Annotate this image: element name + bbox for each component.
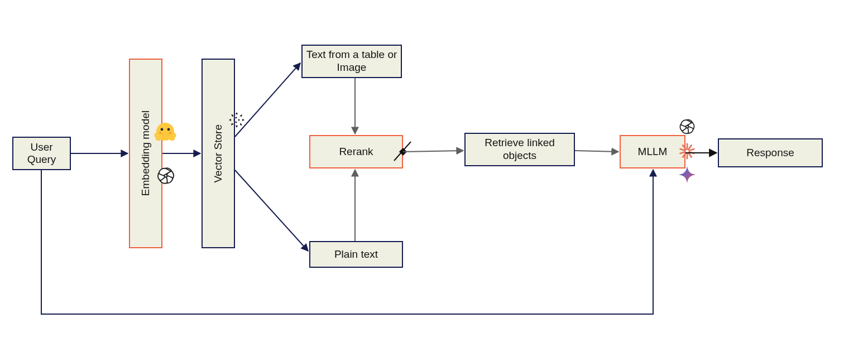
openai-icon <box>155 165 176 186</box>
gemini-icon <box>678 165 697 184</box>
mllm-label: MLLM <box>638 146 668 158</box>
node-rerank: Rerank <box>309 135 403 168</box>
node-mllm: MLLM <box>620 135 685 168</box>
embedding-model-label: Embedding model <box>140 110 152 196</box>
svg-point-1 <box>161 128 164 131</box>
node-vector-store: Vector Store <box>202 59 235 248</box>
node-embedding-model: Embedding model <box>129 59 162 248</box>
svg-point-3 <box>159 132 161 133</box>
snowflake-icon <box>226 109 248 131</box>
plain-text-label: Plain text <box>334 248 378 261</box>
node-user-query: User Query <box>12 137 71 170</box>
user-query-label: User Query <box>17 141 66 166</box>
arrow-vectorstore-plaintext <box>235 170 308 251</box>
svg-point-0 <box>156 123 174 141</box>
node-plain-text: Plain text <box>309 241 403 268</box>
text-from-label: Text from a table or Image <box>306 49 397 74</box>
svg-point-4 <box>169 132 171 133</box>
vector-store-label: Vector Store <box>212 124 224 183</box>
node-retrieve-linked: Retrieve linked objects <box>464 133 575 166</box>
hugging-face-icon <box>154 121 176 143</box>
openai-icon <box>678 117 697 136</box>
retrieve-linked-label: Retrieve linked objects <box>469 137 570 162</box>
svg-point-2 <box>167 128 170 131</box>
claude-icon <box>678 142 697 161</box>
svg-rect-12 <box>687 153 688 160</box>
svg-rect-7 <box>687 143 688 150</box>
diagram-canvas: User Query Embedding model Vector Store … <box>0 0 868 347</box>
rerank-label: Rerank <box>339 146 373 158</box>
cohere-icon <box>391 139 414 163</box>
node-text-from-table: Text from a table or Image <box>301 45 402 78</box>
response-label: Response <box>746 147 794 159</box>
arrow-retrieve-mllm <box>575 151 618 152</box>
node-response: Response <box>718 138 823 167</box>
